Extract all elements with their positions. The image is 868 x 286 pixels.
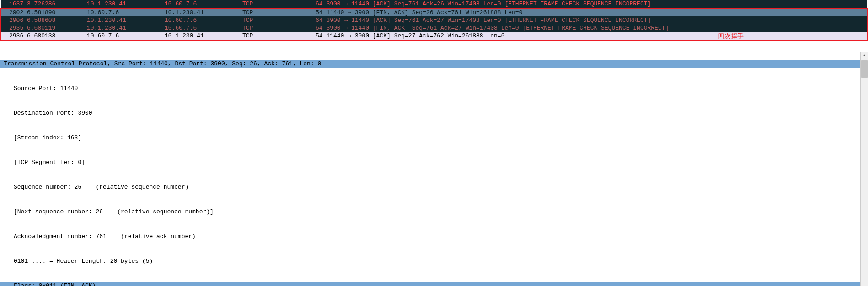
tcp-next-seq[interactable]: [Next sequence number: 26 (relative sequ… bbox=[0, 208, 868, 216]
packet-proto: TCP bbox=[242, 25, 316, 32]
tcp-header-line[interactable]: Transmission Control Protocol, Src Port:… bbox=[0, 60, 868, 68]
packet-row[interactable]: 2936 6.680138 10.60.7.6 10.1.230.41 TCP … bbox=[1, 32, 867, 40]
packet-info: 54 11440 → 3900 [ACK] Seq=27 Ack=762 Win… bbox=[316, 32, 773, 39]
vertical-scrollbar[interactable]: ▴ bbox=[860, 52, 868, 286]
packet-dst: 10.1.230.41 bbox=[165, 9, 242, 16]
packet-info: 64 3900 → 11440 [ACK] Seq=761 Ack=26 Win… bbox=[316, 0, 773, 7]
packet-list-box: 2902 6.581890 10.60.7.6 10.1.230.41 TCP … bbox=[0, 8, 868, 41]
packet-proto: TCP bbox=[242, 32, 316, 39]
scroll-thumb[interactable] bbox=[861, 60, 868, 78]
packet-proto: TCP bbox=[242, 9, 316, 16]
packet-info: 54 11440 → 3900 [FIN, ACK] Seq=26 Ack=76… bbox=[316, 9, 773, 16]
tcp-flags-header[interactable]: ⌄Flags: 0x011 (FIN, ACK) bbox=[0, 282, 868, 286]
tcp-source-port[interactable]: Source Port: 11440 bbox=[0, 85, 868, 93]
tcp-segment-len[interactable]: [TCP Segment Len: 0] bbox=[0, 159, 868, 167]
packet-src: 10.1.230.41 bbox=[87, 0, 165, 7]
packet-proto: TCP bbox=[242, 17, 316, 24]
scroll-up-icon[interactable]: ▴ bbox=[861, 52, 868, 59]
packet-src: 10.60.7.6 bbox=[87, 9, 165, 16]
protocol-detail-panel[interactable]: Transmission Control Protocol, Src Port:… bbox=[0, 43, 868, 286]
caret-down-icon: ⌄ bbox=[7, 282, 13, 286]
packet-dst: 10.1.230.41 bbox=[165, 32, 242, 39]
packet-no-time: 1637 3.726286 bbox=[9, 0, 87, 7]
packet-dst: 10.60.7.6 bbox=[165, 25, 242, 32]
packet-no-time: 2935 6.680119 bbox=[9, 25, 87, 32]
packet-src: 10.1.230.41 bbox=[87, 25, 165, 32]
packet-info: 64 3900 → 11440 [ACK] Seq=761 Ack=27 Win… bbox=[316, 17, 773, 24]
packet-no-time: 2936 6.680138 bbox=[9, 32, 87, 39]
packet-no-time: 2902 6.581890 bbox=[9, 9, 87, 16]
annotation-label: 四次挥手 bbox=[718, 32, 744, 41]
packet-row[interactable]: 2902 6.581890 10.60.7.6 10.1.230.41 TCP … bbox=[1, 9, 867, 16]
tcp-seq-number[interactable]: Sequence number: 26 (relative sequence n… bbox=[0, 183, 868, 191]
tcp-ack-number[interactable]: Acknowledgment number: 761 (relative ack… bbox=[0, 233, 868, 241]
packet-src: 10.1.230.41 bbox=[87, 17, 165, 24]
packet-proto: TCP bbox=[242, 0, 316, 7]
packet-no-time: 2906 6.588608 bbox=[9, 17, 87, 24]
packet-row[interactable]: 2906 6.588608 10.1.230.41 10.60.7.6 TCP … bbox=[1, 16, 867, 24]
packet-dst: 10.60.7.6 bbox=[165, 0, 242, 7]
tcp-flags-text: Flags: 0x011 (FIN, ACK) bbox=[14, 282, 96, 286]
packet-dst: 10.60.7.6 bbox=[165, 17, 242, 24]
packet-info: 64 3900 → 11440 [FIN, ACK] Seq=761 Ack=2… bbox=[316, 25, 773, 32]
packet-src: 10.60.7.6 bbox=[87, 32, 165, 39]
packet-row[interactable]: 1637 3.726286 10.1.230.41 10.60.7.6 TCP … bbox=[1, 0, 867, 8]
tcp-stream-index[interactable]: [Stream index: 163] bbox=[0, 134, 868, 142]
tcp-header-length[interactable]: 0101 .... = Header Length: 20 bytes (5) bbox=[0, 257, 868, 265]
packet-row[interactable]: 2935 6.680119 10.1.230.41 10.60.7.6 TCP … bbox=[1, 24, 867, 32]
tcp-dest-port[interactable]: Destination Port: 3900 bbox=[0, 109, 868, 117]
